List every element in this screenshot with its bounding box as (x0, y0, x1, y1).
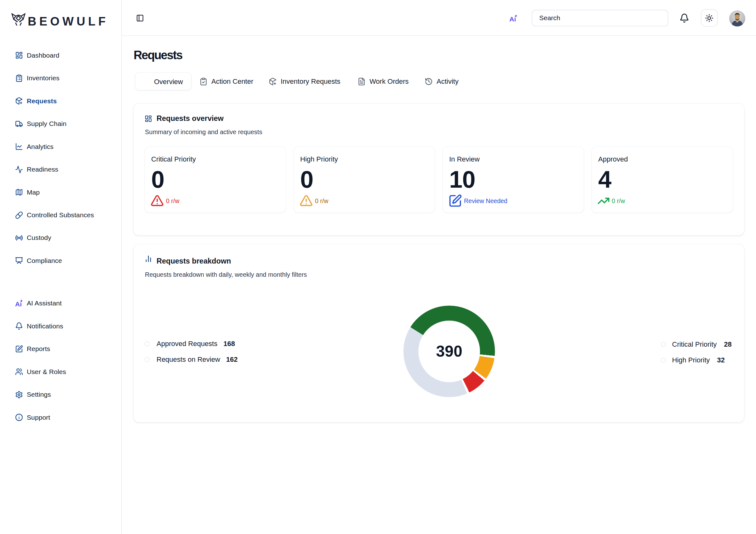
svg-text:Ai: Ai (15, 300, 22, 308)
svg-text:Ai: Ai (509, 15, 516, 23)
